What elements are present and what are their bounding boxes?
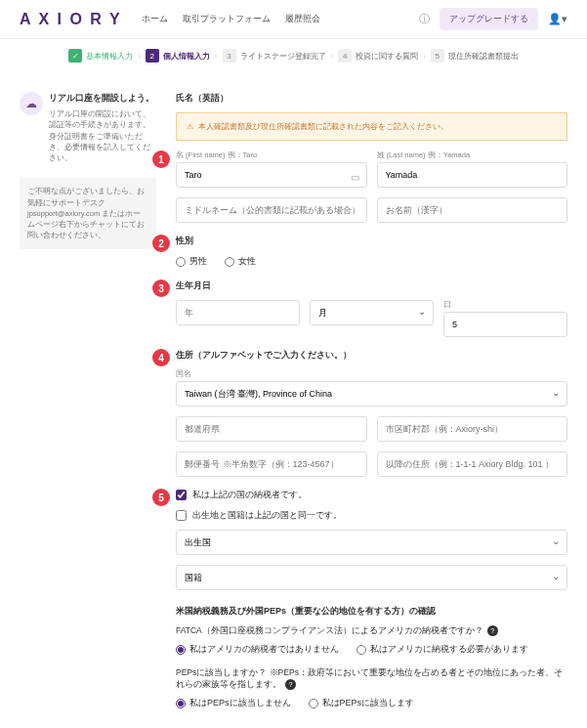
step-1-num: ✓ [68,49,82,63]
step-4-label: 投資に関する質問 [356,51,418,62]
step-2-label: 個人情報入力 [163,51,210,62]
step-3-num: 3 [223,49,236,63]
postal-input[interactable] [176,451,367,477]
step-5-label: 現住所確認書類提出 [448,51,519,62]
badge-3: 3 [152,279,170,297]
tax-resident-label: 私は上記の国の納税者です。 [192,489,307,501]
birthplace-select[interactable]: 出生国 [176,530,567,555]
warning-message: 本人確認書類及び現住所確認書類に記載された内容をご記入ください。 [176,112,567,141]
pep-section-title: 米国納税義務及び外国PEPs（重要な公的地位を有する方）の確認 [176,605,567,618]
id-card-icon: ▭ [351,172,359,183]
step-2-num: 2 [146,49,159,63]
help-icon[interactable]: ⓘ [419,12,430,26]
fatca-question: FATCA（外国口座税務コンプライアンス法）によるアメリカの納税者ですか？? [176,625,567,637]
sidebar-text: リアル口座の開設において、認証等の手続きがあります。身分証明書をご準備いただき、… [49,108,156,163]
badge-1: 1 [152,150,170,168]
sidebar-title: リアル口座を開設しよう。 [49,92,156,105]
first-name-input[interactable] [176,162,367,188]
pep-help-icon[interactable]: ? [285,679,296,690]
name-section-title: 氏名（英語） [176,92,567,105]
fatca-yes[interactable]: 私はアメリカに納税する必要があります [356,643,528,656]
logo: A X I O R Y [20,11,122,28]
prefecture-input[interactable] [176,416,367,442]
fatca-help-icon[interactable]: ? [487,625,498,636]
upgrade-button[interactable]: アップグレードする [440,8,538,30]
step-3-label: ライトステージ登録完了 [240,51,326,62]
step-4-num: 4 [338,49,352,63]
step-indicator: ✓基本情報入力 › 2個人情報入力 › 3ライトステージ登録完了 › 4投資に関… [0,39,587,72]
nationality-select[interactable]: 国籍 [176,565,567,590]
badge-5: 5 [152,489,170,506]
gender-male[interactable]: 男性 [176,255,207,268]
day-label: 日 [443,300,567,310]
year-input[interactable] [176,300,300,325]
step-1-label: 基本情報入力 [86,51,133,62]
middle-name-input[interactable] [176,197,367,223]
last-name-input[interactable] [377,162,568,188]
tax-resident-checkbox[interactable] [176,490,187,500]
badge-4: 4 [152,349,170,366]
pep-question: PEPsに該当しますか？ ※PEPs：政府等において重要な地位を占める者とその地… [176,667,567,691]
dob-title: 生年月日 [176,279,567,292]
gender-title: 性別 [176,235,567,247]
nav-history[interactable]: 履歴照会 [285,13,320,25]
nav-platform[interactable]: 取引プラットフォーム [183,13,271,25]
fatca-no[interactable]: 私はアメリカの納税者ではありません [176,643,339,656]
last-name-label: 姓 (Last name) 例：Yamada [377,150,568,160]
month-select[interactable]: 月 [310,300,434,325]
address-detail-input[interactable] [377,451,568,477]
address-title: 住所（アルファベットでご入力ください。） [176,349,567,362]
account-icon: ☁ [20,92,43,115]
support-box: ご不明な点がございましたら、お気軽にサポートデスク jpsupport@axio… [20,178,156,248]
nav-home[interactable]: ホーム [142,13,168,25]
first-name-label: 名 (First name) 例：Taro [176,150,367,160]
gender-female[interactable]: 女性 [225,255,256,268]
country-label: 国名 [176,369,567,379]
user-menu[interactable]: 👤▾ [548,13,567,25]
city-input[interactable] [377,416,568,442]
same-nationality-checkbox[interactable] [176,510,187,521]
badge-2: 2 [152,235,170,252]
kanji-name-input[interactable] [377,197,568,223]
pep-yes[interactable]: 私はPEPsに該当します [309,697,415,709]
pep-no[interactable]: 私はPEPsに該当しません [176,697,291,709]
country-select[interactable]: Taiwan (台湾 臺灣), Province of China [176,381,567,407]
same-nationality-label: 出生地と国籍は上記の国と同一です。 [192,509,342,522]
step-5-num: 5 [431,49,444,63]
day-input[interactable] [443,312,567,337]
